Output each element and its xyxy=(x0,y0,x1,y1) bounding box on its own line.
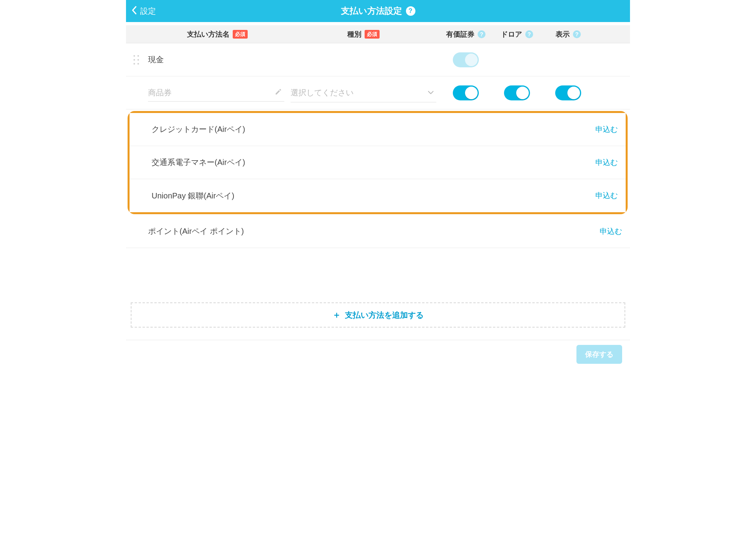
back-label: 設定 xyxy=(140,6,156,17)
svg-point-5 xyxy=(137,63,139,65)
svg-point-0 xyxy=(133,55,135,57)
svg-point-2 xyxy=(133,59,135,61)
type-select-placeholder: 選択してください xyxy=(291,83,436,102)
highlight-group: クレジットカード(Airペイ) 申込む 交通系電子マネー(Airペイ) 申込む … xyxy=(128,111,628,214)
apply-link[interactable]: 申込む xyxy=(245,157,618,168)
plus-icon: ＋ xyxy=(332,309,341,321)
pencil-icon xyxy=(275,88,282,97)
row-cash: 現金 xyxy=(126,43,630,76)
display-toggle[interactable] xyxy=(555,85,581,100)
back-button[interactable]: 設定 xyxy=(132,0,156,22)
help-icon[interactable]: ? xyxy=(573,30,581,38)
col-display-label: 表示 xyxy=(556,30,570,39)
payment-name-input[interactable] xyxy=(148,84,284,102)
help-icon[interactable]: ? xyxy=(478,30,485,38)
drawer-toggle[interactable] xyxy=(504,85,530,100)
page-title: 支払い方法設定 ? xyxy=(341,5,415,17)
col-securities-label: 有価証券 xyxy=(446,30,474,39)
chevron-down-icon xyxy=(428,89,434,96)
payment-name: 現金 xyxy=(148,54,287,65)
row-apply: 交通系電子マネー(Airペイ) 申込む xyxy=(130,146,626,179)
col-drawer-label: ドロア xyxy=(501,30,522,39)
col-type-label: 種別 xyxy=(347,30,361,39)
top-nav: 設定 支払い方法設定 ? xyxy=(126,0,630,22)
column-headers: 支払い方法名 必須 種別 必須 有価証券 ? ドロア ? 表示 ? xyxy=(126,25,630,43)
svg-point-3 xyxy=(137,59,139,61)
row-apply: UnionPay 銀聯(Airペイ) 申込む xyxy=(130,179,626,212)
drag-handle-icon[interactable] xyxy=(133,55,148,65)
page-title-text: 支払い方法設定 xyxy=(341,5,402,17)
payment-method-list: 現金 選択してください xyxy=(126,43,630,248)
svg-point-1 xyxy=(137,55,139,57)
apply-link[interactable]: 申込む xyxy=(234,191,618,201)
required-badge: 必須 xyxy=(233,30,248,39)
payment-name: ポイント(Airペイ ポイント) xyxy=(148,226,244,237)
apply-link[interactable]: 申込む xyxy=(244,226,622,237)
svg-point-4 xyxy=(133,63,135,65)
row-apply: クレジットカード(Airペイ) 申込む xyxy=(130,113,626,146)
securities-toggle[interactable] xyxy=(453,85,479,100)
help-icon[interactable]: ? xyxy=(406,6,415,16)
footer: 保存する xyxy=(126,340,630,368)
securities-toggle xyxy=(453,52,479,67)
row-apply: ポイント(Airペイ ポイント) 申込む xyxy=(126,215,630,248)
add-payment-method-button[interactable]: ＋ 支払い方法を追加する xyxy=(131,302,625,328)
apply-link[interactable]: 申込む xyxy=(245,124,618,135)
payment-name: クレジットカード(Airペイ) xyxy=(152,124,245,135)
payment-name: UnionPay 銀聯(Airペイ) xyxy=(152,191,234,201)
save-button[interactable]: 保存する xyxy=(576,345,622,364)
help-icon[interactable]: ? xyxy=(525,30,533,38)
col-name-label: 支払い方法名 xyxy=(187,30,230,39)
chevron-left-icon xyxy=(132,6,137,17)
required-badge: 必須 xyxy=(365,30,380,39)
row-editable: 選択してください xyxy=(126,76,630,109)
type-select[interactable]: 選択してください xyxy=(291,83,436,102)
payment-name: 交通系電子マネー(Airペイ) xyxy=(152,157,245,168)
add-payment-method-label: 支払い方法を追加する xyxy=(345,310,424,320)
